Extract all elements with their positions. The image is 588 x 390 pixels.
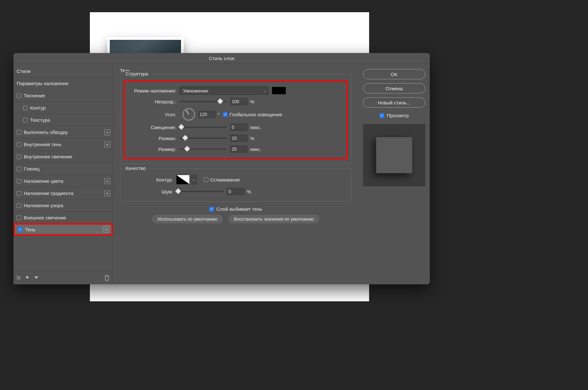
unit: % bbox=[250, 136, 254, 141]
noise-label: Шум: bbox=[125, 189, 176, 194]
contour-swatch[interactable] bbox=[176, 175, 190, 184]
sidebar-styles[interactable]: Стили bbox=[13, 65, 113, 77]
shadow-color-swatch[interactable] bbox=[272, 87, 286, 94]
label: Глянец bbox=[24, 166, 39, 172]
sidebar-item-drop-shadow[interactable]: Тень+ bbox=[13, 223, 113, 235]
distance-label: Смещение: bbox=[128, 125, 179, 130]
size-slider[interactable] bbox=[179, 148, 227, 150]
add-icon[interactable]: + bbox=[104, 191, 110, 196]
global-light-checkbox[interactable] bbox=[223, 112, 228, 117]
size-input[interactable] bbox=[230, 146, 247, 153]
knockout-label: Слой выбивает тень bbox=[216, 206, 262, 212]
settings-panel: Тень Структура Режим наложения: Умножени… bbox=[113, 64, 359, 284]
preview-thumbnail bbox=[376, 137, 412, 173]
spread-slider[interactable] bbox=[179, 137, 227, 139]
sidebar-item-outer-glow[interactable]: Внешнее свечение bbox=[13, 212, 113, 224]
preview-box bbox=[363, 124, 425, 186]
distance-input[interactable] bbox=[230, 124, 247, 131]
add-icon[interactable]: + bbox=[104, 178, 110, 184]
checkbox[interactable] bbox=[17, 155, 21, 159]
add-icon[interactable]: + bbox=[103, 226, 109, 232]
label: Выполнить обводку bbox=[24, 129, 68, 135]
arrow-up-icon[interactable] bbox=[25, 275, 30, 281]
contour-dropdown[interactable]: ⌵ bbox=[191, 175, 197, 184]
sidebar-item-texture[interactable]: Текстура bbox=[13, 114, 113, 126]
ok-button[interactable]: OK bbox=[363, 69, 425, 79]
trash-icon[interactable] bbox=[104, 275, 109, 281]
checkbox[interactable] bbox=[23, 118, 28, 122]
label: Стили bbox=[17, 68, 30, 74]
make-default-button[interactable]: Использовать по умолчанию bbox=[151, 214, 223, 224]
add-icon[interactable]: + bbox=[104, 129, 110, 135]
blend-mode-select[interactable]: Умножение ⌵ bbox=[179, 86, 269, 95]
opacity-input[interactable] bbox=[230, 98, 247, 105]
checkbox[interactable] bbox=[17, 203, 21, 208]
highlight-box: Режим наложения: Умножение ⌵ Непрозр.: % bbox=[124, 81, 348, 159]
label: Наложение цвета bbox=[24, 178, 63, 184]
checkbox[interactable] bbox=[17, 216, 21, 220]
checkbox[interactable] bbox=[17, 179, 21, 183]
label: Текстура bbox=[30, 117, 50, 123]
label: Наложение градиента bbox=[24, 191, 74, 196]
knockout-checkbox[interactable] bbox=[209, 207, 214, 211]
panel-title: Тень bbox=[120, 68, 351, 73]
angle-label: Угол: bbox=[128, 112, 179, 117]
unit: пикс. bbox=[250, 146, 261, 152]
sidebar-item-inner-shadow[interactable]: Внутренняя тень+ bbox=[13, 138, 113, 151]
reset-default-button[interactable]: Восстановить значения по умолчанию bbox=[228, 214, 320, 224]
spread-label: Размах: bbox=[128, 136, 179, 141]
checkbox[interactable] bbox=[17, 142, 21, 147]
checkbox[interactable] bbox=[18, 227, 22, 232]
arrow-down-icon[interactable] bbox=[34, 275, 39, 281]
sidebar-blending-options[interactable]: Параметры наложения bbox=[13, 77, 113, 90]
preview-label: Просмотр bbox=[387, 113, 409, 118]
opacity-slider[interactable] bbox=[179, 101, 227, 102]
sidebar-item-inner-glow[interactable]: Внутреннее свечение bbox=[13, 151, 113, 163]
layer-style-dialog: Стиль слоя Стили Параметры наложения Тис… bbox=[13, 53, 430, 284]
checkbox[interactable] bbox=[17, 130, 21, 135]
unit: % bbox=[250, 99, 254, 104]
legend: Структура bbox=[124, 71, 150, 76]
add-icon[interactable]: + bbox=[104, 142, 110, 147]
angle-input[interactable] bbox=[198, 111, 215, 118]
checkbox[interactable] bbox=[17, 93, 21, 98]
sidebar-item-contour[interactable]: Контур bbox=[13, 102, 113, 114]
distance-slider[interactable] bbox=[179, 127, 227, 128]
checkbox[interactable] bbox=[23, 106, 28, 110]
sidebar-item-gradient-overlay[interactable]: Наложение градиента+ bbox=[13, 187, 113, 199]
styles-sidebar: Стили Параметры наложения Тиснение Конту… bbox=[13, 64, 113, 284]
sidebar-item-pattern-overlay[interactable]: Наложение узора bbox=[13, 199, 113, 212]
label: Наложение узора bbox=[24, 203, 63, 208]
preview-checkbox[interactable] bbox=[380, 113, 384, 118]
structure-fieldset: Структура Режим наложения: Умножение ⌵ Н… bbox=[120, 74, 351, 164]
global-light-label: Глобальное освещение bbox=[229, 112, 282, 117]
checkbox[interactable] bbox=[17, 191, 21, 196]
value: Умножение bbox=[183, 88, 208, 93]
antialias-checkbox[interactable] bbox=[204, 177, 208, 182]
sidebar-item-satin[interactable]: Глянец bbox=[13, 163, 113, 175]
label: Тиснение bbox=[24, 93, 45, 98]
cancel-button[interactable]: Отмена bbox=[363, 83, 425, 93]
quality-fieldset: Качество Контур: ⌵ Сглаживание Шум: % bbox=[120, 168, 351, 202]
label: Внутренняя тень bbox=[24, 142, 61, 147]
angle-dial[interactable] bbox=[183, 108, 195, 120]
noise-input[interactable] bbox=[227, 188, 244, 195]
unit: ° bbox=[218, 112, 220, 117]
sidebar-item-bevel[interactable]: Тиснение bbox=[13, 90, 113, 102]
sidebar-item-stroke[interactable]: Выполнить обводку+ bbox=[13, 126, 113, 138]
label: Тень bbox=[25, 227, 36, 232]
fx-menu[interactable]: fx bbox=[17, 275, 21, 281]
label: Контур bbox=[30, 105, 46, 111]
sidebar-footer: fx bbox=[13, 271, 113, 284]
unit: % bbox=[247, 189, 251, 194]
right-panel: OK Отмена Новый стиль... Просмотр bbox=[359, 64, 430, 284]
size-label: Размер: bbox=[128, 146, 179, 152]
new-style-button[interactable]: Новый стиль... bbox=[363, 97, 425, 108]
sidebar-item-color-overlay[interactable]: Наложение цвета+ bbox=[13, 175, 113, 187]
checkbox[interactable] bbox=[17, 167, 21, 171]
noise-slider[interactable] bbox=[176, 191, 224, 192]
chevron-down-icon: ⌵ bbox=[264, 88, 266, 93]
label: Внешнее свечение bbox=[24, 215, 66, 220]
spread-input[interactable] bbox=[230, 135, 247, 142]
label: Внутреннее свечение bbox=[24, 154, 72, 159]
